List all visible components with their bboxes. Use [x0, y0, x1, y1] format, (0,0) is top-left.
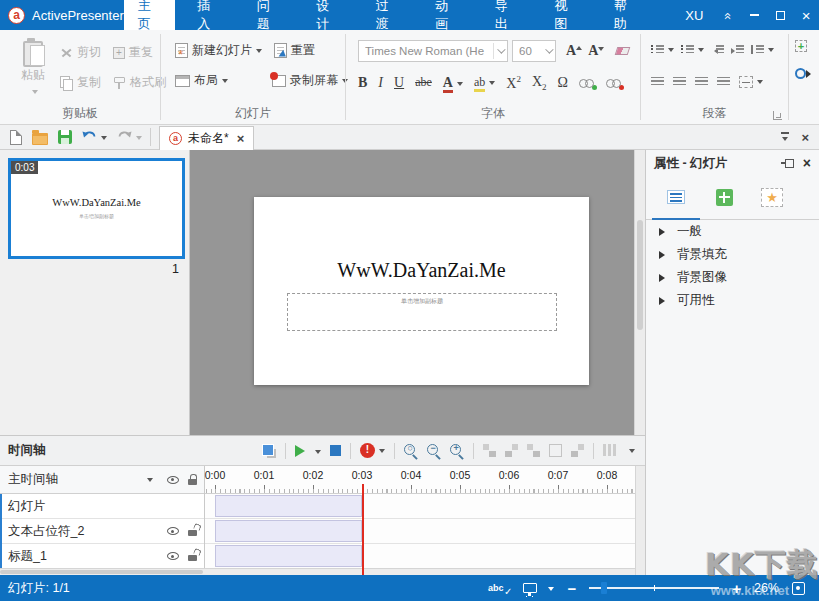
record-narration-button[interactable]: !: [360, 443, 385, 458]
font-color-button[interactable]: A: [443, 75, 463, 91]
selection-icon[interactable]: +: [795, 40, 807, 52]
timeline-ruler[interactable]: 0:00 0:01 0:02 0:03 0:04 0:05 0:06 0:07 …: [205, 466, 635, 494]
canvas-vertical-scrollbar[interactable]: [634, 150, 645, 435]
redo-button[interactable]: [117, 129, 142, 145]
play-button[interactable]: [295, 444, 321, 458]
layout-button[interactable]: 布局: [175, 72, 228, 89]
fit-to-window-button[interactable]: [792, 582, 805, 595]
insert-time-all-button[interactable]: [505, 444, 518, 457]
timeline-row-slide[interactable]: 幻灯片: [0, 494, 204, 519]
align-left-button[interactable]: [651, 76, 664, 87]
new-slide-button[interactable]: *新建幻灯片: [175, 42, 262, 59]
cut-button[interactable]: 剪切: [60, 44, 101, 61]
timeline-row-title[interactable]: 标题_1: [0, 544, 204, 569]
underline-button[interactable]: U: [394, 75, 404, 91]
justify-button[interactable]: [717, 76, 730, 87]
section-accessibility[interactable]: 可用性: [646, 289, 819, 312]
tab-interactivity[interactable]: ★: [748, 176, 796, 220]
close-pane-button[interactable]: ×: [801, 130, 809, 145]
section-background-image[interactable]: 背景图像: [646, 266, 819, 289]
symbol-button[interactable]: Ω: [558, 75, 568, 91]
tab-size-position[interactable]: [700, 176, 748, 220]
timebar-text-placeholder[interactable]: [215, 520, 362, 542]
delete-time-button[interactable]: [527, 444, 540, 457]
close-button[interactable]: ×: [793, 0, 819, 30]
timeline-more-button[interactable]: [629, 449, 635, 456]
stop-button[interactable]: [330, 445, 341, 456]
font-family-combobox[interactable]: Times New Roman (He: [358, 40, 508, 62]
timebar-title[interactable]: [215, 545, 362, 567]
tab-view[interactable]: 视图: [540, 0, 592, 30]
section-general[interactable]: 一般: [646, 220, 819, 243]
tab-help[interactable]: 帮助: [600, 0, 652, 30]
canvas[interactable]: WwW.DaYanZai.Me 单击增加副标题: [190, 150, 645, 435]
timeline-horizontal-scrollbar[interactable]: [0, 568, 635, 575]
tab-design[interactable]: 设计: [302, 0, 354, 30]
minimize-button[interactable]: [741, 0, 767, 30]
zoom-in-button[interactable]: +: [450, 444, 464, 458]
eye-icon[interactable]: [167, 552, 179, 560]
close-tab-icon[interactable]: ×: [237, 131, 245, 146]
track-slide[interactable]: [205, 494, 635, 519]
document-tab-untitled[interactable]: a 未命名* ×: [159, 126, 254, 150]
slide-canvas[interactable]: WwW.DaYanZai.Me 单击增加副标题: [254, 197, 589, 385]
spell-check-button[interactable]: abc: [488, 583, 511, 593]
increase-indent-button[interactable]: [731, 42, 744, 56]
copy-button[interactable]: 复制: [60, 74, 101, 91]
preview-button[interactable]: [523, 583, 554, 593]
zoom-fit-button[interactable]: ○: [404, 444, 418, 458]
zoom-out-button[interactable]: −: [427, 444, 441, 458]
collapse-ribbon-button[interactable]: «: [715, 0, 741, 30]
new-project-button[interactable]: [10, 130, 22, 145]
unlock-icon[interactable]: [188, 550, 198, 562]
reset-button[interactable]: 重置: [274, 42, 315, 59]
strikethrough-button[interactable]: abe: [415, 75, 432, 90]
paste-button[interactable]: 粘贴: [10, 38, 56, 112]
bold-button[interactable]: B: [358, 75, 367, 91]
tab-animations[interactable]: 动画: [421, 0, 473, 30]
zoom-in-button[interactable]: +: [732, 580, 741, 597]
align-center-button[interactable]: [673, 76, 686, 87]
open-project-button[interactable]: [32, 130, 48, 145]
font-size-combobox[interactable]: 60: [512, 40, 556, 62]
close-panel-icon[interactable]: ×: [803, 155, 811, 171]
shape-icon[interactable]: [795, 68, 806, 79]
tab-transitions[interactable]: 过渡: [362, 0, 414, 30]
numbered-list-button[interactable]: [681, 42, 704, 56]
tab-properties-list[interactable]: [652, 176, 700, 220]
slide-thumbnail-1[interactable]: 0:03 WwW.DaYanZai.Me 单击增加副标题: [8, 158, 185, 259]
track-text-placeholder[interactable]: [205, 519, 635, 544]
subscript-button[interactable]: X2: [532, 74, 547, 92]
decrease-indent-button[interactable]: [711, 42, 724, 56]
maximize-button[interactable]: [767, 0, 793, 30]
eye-icon[interactable]: [167, 527, 179, 535]
format-painter-button[interactable]: 格式刷: [113, 74, 166, 91]
crop-time-button[interactable]: [549, 444, 562, 457]
bullet-list-button[interactable]: [651, 42, 674, 56]
lock-icon[interactable]: [188, 474, 198, 486]
italic-button[interactable]: I: [378, 75, 383, 91]
subtitle-placeholder-box[interactable]: 单击增加副标题: [287, 293, 557, 331]
playhead[interactable]: [362, 484, 364, 575]
tab-overflow-button[interactable]: [781, 132, 789, 142]
track-title[interactable]: [205, 544, 635, 569]
timeline-row-text-placeholder[interactable]: 文本占位符_2: [0, 519, 204, 544]
tab-export[interactable]: 导出: [481, 0, 533, 30]
undo-button[interactable]: [82, 129, 107, 145]
zoom-slider[interactable]: [589, 581, 719, 595]
record-screen-button[interactable]: 录制屏幕: [272, 72, 348, 89]
tab-home[interactable]: 主页: [124, 0, 176, 30]
save-button[interactable]: [58, 130, 72, 144]
grow-font-button[interactable]: A: [566, 43, 576, 59]
timeline-select-dropdown[interactable]: [147, 478, 153, 485]
unlock-icon[interactable]: [188, 525, 198, 537]
clear-formatting-button[interactable]: [616, 47, 629, 55]
timebar-slide[interactable]: [215, 495, 362, 517]
duplicate-button[interactable]: +重复: [113, 44, 153, 61]
pin-icon[interactable]: [781, 159, 793, 167]
account-menu[interactable]: XU: [673, 0, 715, 30]
tab-insert[interactable]: 插入: [183, 0, 235, 30]
all-slides-toggle-button[interactable]: [262, 444, 276, 458]
slide-title-text[interactable]: WwW.DaYanZai.Me: [254, 259, 589, 282]
insert-time-button[interactable]: [483, 444, 496, 457]
